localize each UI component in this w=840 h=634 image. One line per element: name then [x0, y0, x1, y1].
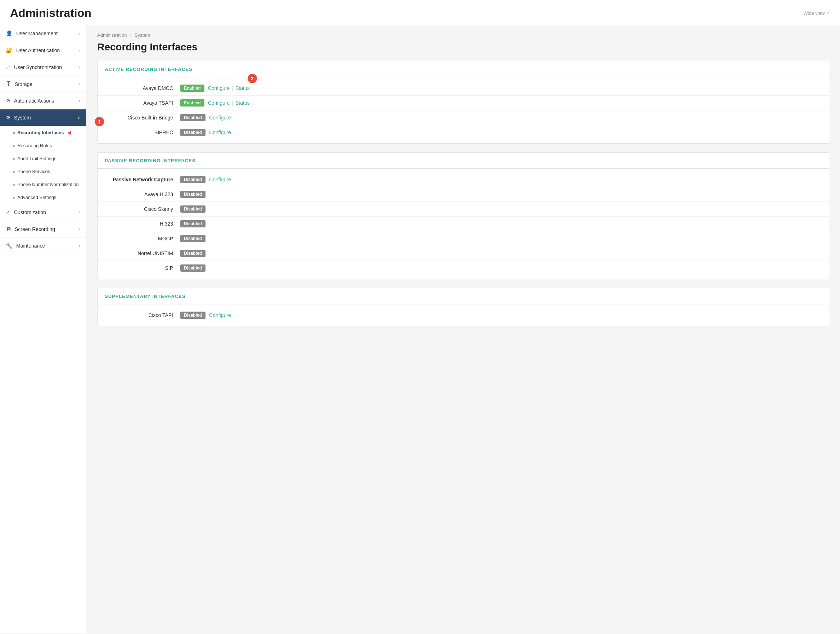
user-sync-icon: ⇌ — [6, 64, 10, 71]
sidebar-item-system[interactable]: ⚙ System ∨ — [0, 109, 86, 126]
breadcrumb-administration: Administration — [97, 32, 127, 38]
sub-label-recording-rules: Recording Rules — [17, 143, 52, 148]
breadcrumb: Administration › System — [97, 32, 829, 38]
section-active-recording: ACTIVE RECORDING INTERFACES Avaya DMCC E… — [97, 61, 829, 144]
badge-avaya-dmcc: Enabled — [180, 85, 204, 92]
configure-avaya-dmcc[interactable]: Configure — [208, 85, 230, 91]
sidebar-label-customization: Customization — [14, 210, 46, 215]
sidebar-item-user-synchronization[interactable]: ⇌ User Synchronization ‹ — [0, 59, 86, 76]
sub-arrow-phone-number: » — [13, 183, 15, 187]
sidebar-item-screen-recording[interactable]: 🖥 Screen Recording ‹ — [0, 221, 86, 238]
badge-mgcp: Disabled — [180, 235, 205, 242]
chevron-automatic-actions: ‹ — [79, 98, 80, 103]
label-cisco-skinny: Cisco Skinny — [108, 206, 180, 212]
label-siprec: SIPREC — [108, 129, 180, 135]
sub-item-advanced-settings[interactable]: » Advanced Settings — [0, 191, 86, 204]
section-passive-header: PASSIVE RECORDING INTERFACES — [98, 153, 829, 169]
page-header: Administration Wide view ↗ — [0, 0, 840, 25]
section-supplementary: SUPPLEMENTARY INTERFACES Cisco TAPI Disa… — [97, 288, 829, 326]
system-icon: ⚙ — [6, 114, 10, 121]
section-active-title: ACTIVE RECORDING INTERFACES — [105, 66, 193, 72]
sidebar-item-automatic-actions[interactable]: ⚙ Automatic Actions ‹ — [0, 93, 86, 109]
sidebar-item-maintenance[interactable]: 🔧 Maintenance ‹ — [0, 238, 86, 254]
sub-item-audit-trail-settings[interactable]: » Audit Trail Settings — [0, 152, 86, 165]
row-nortel-unistim: Nortel UNISTIM Disabled — [98, 246, 829, 261]
status-avaya-tsapi[interactable]: Status — [235, 100, 250, 106]
section-supplementary-body: Cisco TAPI Disabled Configure — [98, 304, 829, 326]
sub-arrow-phone-services: » — [13, 169, 15, 174]
sidebar-label-maintenance: Maintenance — [16, 243, 45, 249]
breadcrumb-sep: › — [130, 32, 133, 38]
sidebar-label-system: System — [14, 115, 31, 121]
section-supplementary-header: SUPPLEMENTARY INTERFACES — [98, 288, 829, 304]
sub-label-advanced: Advanced Settings — [17, 195, 56, 200]
label-cisco-tapi: Cisco TAPI — [108, 312, 180, 318]
section-passive-body: Passive Network Capture Disabled Configu… — [98, 169, 829, 279]
label-passive-network-capture: Passive Network Capture — [108, 177, 180, 183]
configure-passive-network[interactable]: Configure — [209, 177, 231, 183]
badge-sip: Disabled — [180, 265, 205, 272]
configure-cisco-tapi[interactable]: Configure — [209, 312, 231, 318]
configure-avaya-tsapi[interactable]: Configure — [208, 100, 230, 106]
sub-label-recording-interfaces: Recording Interfaces — [17, 130, 64, 135]
status-avaya-dmcc[interactable]: Status — [235, 85, 250, 91]
sidebar-label-automatic-actions: Automatic Actions — [14, 98, 54, 104]
storage-icon: 🗄 — [6, 81, 11, 87]
configure-cisco-builtin[interactable]: Configure — [209, 115, 231, 121]
label-cisco-builtin: Cisco Built-in-Bridge — [108, 115, 180, 121]
sub-item-recording-rules[interactable]: » Recording Rules — [0, 139, 86, 152]
label-mgcp: MGCP — [108, 236, 180, 241]
page-title-main: Administration — [10, 6, 92, 20]
badge-cisco-builtin: Disabled — [180, 114, 205, 121]
badge-avaya-h323: Disabled — [180, 191, 205, 198]
chevron-customization: ‹ — [79, 210, 80, 215]
sidebar-item-storage[interactable]: 🗄 Storage ‹ — [0, 76, 86, 93]
sub-item-phone-number-normalization[interactable]: » Phone Number Normalization — [0, 178, 86, 191]
label-avaya-dmcc: Avaya DMCC — [108, 85, 180, 91]
sidebar: 👤 User Management ‹ 🔐 User Authenticatio… — [0, 25, 86, 633]
chevron-user-authentication: ‹ — [79, 48, 80, 53]
customization-icon: ✓ — [6, 209, 10, 216]
badge-siprec: Disabled — [180, 129, 205, 136]
row-cisco-builtin-bridge: 1 Cisco Built-in-Bridge Disabled Configu… — [98, 110, 829, 125]
breadcrumb-system: System — [134, 32, 150, 38]
chevron-screen-recording: ‹ — [79, 227, 80, 232]
wide-view-link[interactable]: Wide view ↗ — [803, 10, 830, 16]
label-h323: H.323 — [108, 221, 180, 227]
badge-cisco-tapi: Disabled — [180, 312, 205, 319]
row-mgcp: MGCP Disabled — [98, 231, 829, 246]
pipe-avaya-dmcc: | — [232, 85, 233, 91]
badge-avaya-tsapi: Enabled — [180, 99, 204, 107]
automatic-actions-icon: ⚙ — [6, 98, 10, 104]
row-avaya-h323: Avaya H.323 Disabled — [98, 187, 829, 202]
label-avaya-tsapi: Avaya TSAPI — [108, 100, 180, 106]
section-active-body: Avaya DMCC Enabled Configure | Status 2 … — [98, 77, 829, 143]
maintenance-icon: 🔧 — [6, 243, 13, 249]
chevron-maintenance: ‹ — [79, 243, 80, 248]
sub-arrow-recording-interfaces: » — [13, 131, 15, 135]
sidebar-item-user-management[interactable]: 👤 User Management ‹ — [0, 25, 86, 42]
sub-arrow-advanced: » — [13, 196, 15, 200]
main-content: Administration › System Recording Interf… — [86, 25, 840, 633]
sidebar-label-storage: Storage — [15, 81, 32, 87]
pipe-avaya-tsapi: | — [232, 100, 233, 106]
section-passive-title: PASSIVE RECORDING INTERFACES — [105, 158, 196, 163]
badge-passive-network: Disabled — [180, 176, 205, 183]
sidebar-item-user-authentication[interactable]: 🔐 User Authentication ‹ — [0, 42, 86, 59]
sidebar-item-customization[interactable]: ✓ Customization ‹ — [0, 204, 86, 221]
sub-item-recording-interfaces[interactable]: » Recording Interfaces ◀ — [0, 126, 86, 139]
sub-label-phone-services: Phone Services — [17, 169, 50, 174]
chevron-user-management: ‹ — [79, 31, 80, 36]
sidebar-label-user-authentication: User Authentication — [16, 47, 60, 53]
configure-siprec[interactable]: Configure — [209, 129, 231, 135]
user-management-icon: 👤 — [6, 30, 13, 37]
sidebar-label-user-synchronization: User Synchronization — [14, 65, 62, 70]
label-sip: SIP — [108, 265, 180, 271]
sub-arrow-audit-trail: » — [13, 156, 15, 161]
sidebar-label-screen-recording: Screen Recording — [15, 226, 55, 232]
row-cisco-tapi: Cisco TAPI Disabled Configure — [98, 308, 829, 322]
label-nortel-unistim: Nortel UNISTIM — [108, 251, 180, 256]
section-supplementary-title: SUPPLEMENTARY INTERFACES — [105, 293, 186, 299]
sub-item-phone-services[interactable]: » Phone Services — [0, 165, 86, 178]
label-avaya-h323: Avaya H.323 — [108, 191, 180, 197]
